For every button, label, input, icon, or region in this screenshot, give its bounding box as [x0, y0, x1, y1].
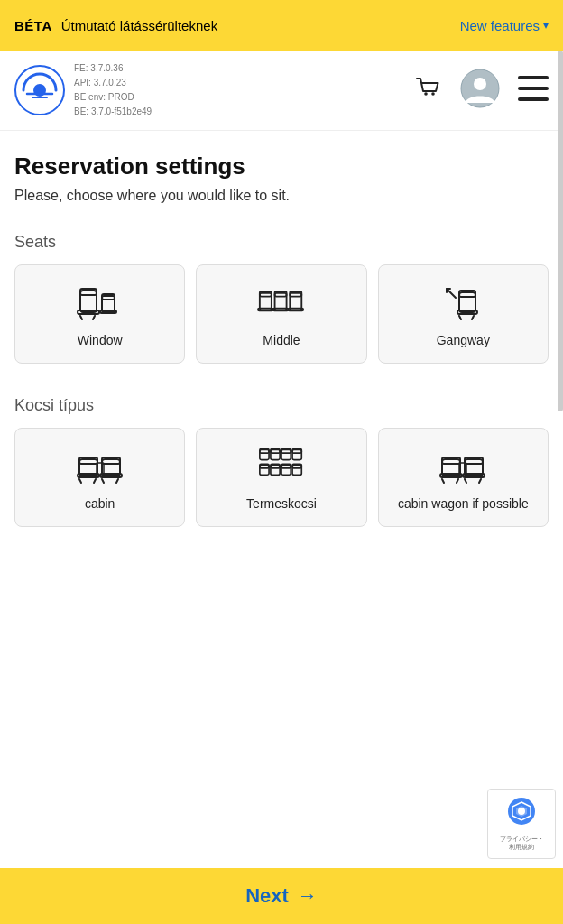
svg-rect-48 [282, 448, 291, 453]
svg-rect-20 [275, 293, 287, 310]
svg-rect-57 [292, 465, 301, 475]
middle-seat-label: Middle [263, 332, 300, 348]
recaptcha-logo-icon [507, 797, 536, 832]
svg-rect-9 [80, 291, 97, 312]
svg-rect-52 [260, 464, 269, 468]
seats-section-label: Seats [14, 233, 549, 252]
svg-rect-45 [271, 449, 280, 459]
bottom-bar: Next → [0, 868, 563, 924]
version-info: FE: 3.7.0.36 API: 3.7.0.23 BE env: PROD … [74, 61, 152, 119]
new-features-label: New features [460, 18, 540, 33]
termeskocsi-icon [258, 447, 305, 486]
menu-hamburger-icon[interactable] [518, 76, 549, 105]
page-subtitle: Please, choose where you would like to s… [14, 188, 549, 204]
gangway-seat-icon [439, 283, 486, 323]
cabin-label: cabin [85, 495, 115, 512]
recaptcha-badge: プライバシー・利用規約 [487, 789, 556, 859]
header-icons [413, 69, 549, 112]
svg-line-31 [447, 289, 456, 298]
svg-line-67 [465, 479, 466, 483]
kocsi-section: Kocsi típus [14, 396, 549, 527]
svg-rect-49 [292, 449, 301, 459]
svg-line-62 [442, 479, 444, 483]
svg-rect-46 [271, 448, 280, 453]
svg-point-2 [424, 92, 428, 96]
svg-line-35 [79, 479, 81, 483]
logo-icon [14, 65, 65, 116]
svg-rect-7 [518, 87, 549, 90]
cart-icon[interactable] [413, 74, 442, 106]
top-banner: BÉTA Útmutató látássérülteknek New featu… [0, 0, 563, 51]
svg-rect-26 [459, 292, 475, 312]
svg-line-12 [80, 316, 82, 319]
svg-rect-51 [260, 465, 269, 475]
new-features-link[interactable]: New features ▾ [460, 18, 549, 33]
svg-line-68 [479, 479, 481, 483]
middle-seat-icon [258, 283, 305, 323]
svg-rect-58 [292, 464, 301, 468]
seats-section: Seats [14, 233, 549, 364]
seats-options-grid: Window [14, 264, 549, 364]
chevron-down-icon: ▾ [543, 19, 549, 32]
svg-rect-6 [518, 76, 549, 79]
svg-line-63 [457, 479, 458, 483]
next-button[interactable]: Next → [245, 884, 318, 908]
logo-area: FE: 3.7.0.36 API: 3.7.0.23 BE env: PROD … [14, 61, 152, 119]
svg-line-29 [459, 316, 461, 319]
svg-rect-44 [260, 448, 269, 453]
kocsi-option-cabin-wagon[interactable]: cabin wagon if possible [378, 428, 549, 527]
seat-option-middle[interactable]: Middle [196, 264, 366, 364]
svg-rect-43 [260, 449, 269, 459]
main-content: Reservation settings Please, choose wher… [0, 131, 563, 581]
window-seat-icon [77, 283, 124, 323]
user-icon[interactable] [460, 69, 500, 112]
svg-rect-55 [282, 465, 291, 475]
svg-rect-17 [260, 293, 272, 310]
svg-rect-53 [271, 465, 280, 475]
page-title: Reservation settings [14, 152, 549, 180]
svg-line-36 [94, 479, 96, 483]
svg-point-3 [431, 92, 435, 96]
kocsi-option-termeskocsi[interactable]: Termeskocsi [196, 428, 366, 527]
svg-point-71 [518, 808, 525, 815]
next-arrow-icon: → [298, 884, 318, 908]
recaptcha-text: プライバシー・利用規約 [497, 836, 546, 851]
svg-rect-47 [282, 449, 291, 459]
seat-option-gangway[interactable]: Gangway [378, 264, 549, 364]
svg-line-30 [472, 316, 474, 319]
kocsi-options-grid: cabin [14, 428, 549, 527]
svg-line-41 [116, 479, 118, 483]
beta-badge: BÉTA [14, 18, 52, 33]
window-seat-label: Window [78, 332, 123, 348]
svg-rect-50 [292, 448, 301, 453]
seat-option-window[interactable]: Window [14, 264, 185, 364]
guide-text: Útmutató látássérülteknek [61, 18, 217, 33]
scrollbar[interactable] [558, 51, 563, 411]
svg-line-40 [102, 479, 104, 483]
cabin-wagon-label: cabin wagon if possible [398, 495, 529, 512]
svg-rect-56 [282, 464, 291, 468]
header: FE: 3.7.0.36 API: 3.7.0.23 BE env: PROD … [0, 51, 563, 131]
svg-rect-54 [271, 464, 280, 468]
cabin-icon [77, 447, 124, 486]
next-label: Next [245, 884, 289, 908]
svg-rect-8 [518, 97, 549, 101]
termeskocsi-label: Termeskocsi [246, 495, 317, 512]
kocsi-option-cabin[interactable]: cabin [14, 428, 185, 527]
svg-rect-23 [290, 293, 301, 310]
cabin-wagon-icon [439, 447, 486, 486]
svg-point-5 [474, 78, 486, 90]
gangway-seat-label: Gangway [437, 332, 490, 348]
kocsi-section-label: Kocsi típus [14, 396, 549, 415]
svg-line-13 [93, 316, 95, 319]
